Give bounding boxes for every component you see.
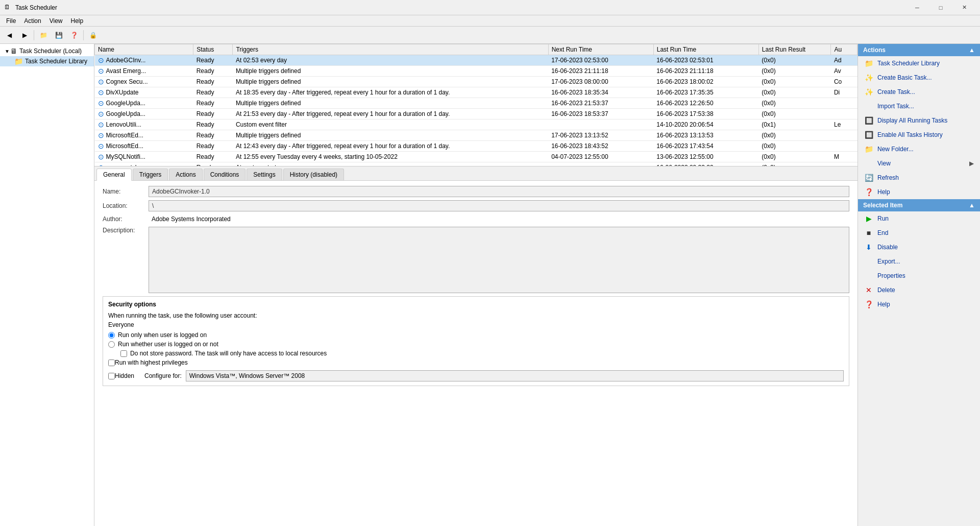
name-input[interactable] — [149, 186, 849, 197]
table-row[interactable]: ⊙MicrosoftEd... Ready Multiple triggers … — [95, 130, 857, 141]
action-icon-properties — [864, 271, 873, 280]
toolbar-lock[interactable]: 🔒 — [86, 29, 100, 42]
action-item-delete[interactable]: ✕Delete — [858, 283, 980, 297]
menu-action[interactable]: Action — [20, 16, 45, 26]
tab-history[interactable]: History (disabled) — [283, 169, 344, 180]
tab-settings[interactable]: Settings — [247, 169, 282, 180]
cell-triggers: At 12:55 every Tuesday every 4 weeks, st… — [233, 152, 548, 162]
right-panel: Actions▲📁Task Scheduler Library✨Create B… — [857, 44, 980, 526]
cell-status: Ready — [193, 55, 233, 66]
table-row[interactable]: ⊙Cognex Secu... Ready Multiple triggers … — [95, 77, 857, 87]
toolbar-open[interactable]: 📁 — [36, 29, 51, 42]
cell-next-run — [548, 162, 653, 167]
action-item-new-folder[interactable]: 📁New Folder... — [858, 142, 980, 156]
action-icon-delete: ✕ — [864, 285, 873, 295]
action-item-enable-history[interactable]: 🔲Enable All Tasks History — [858, 128, 980, 142]
maximize-button[interactable]: □ — [929, 0, 952, 15]
action-item-export[interactable]: Export... — [858, 254, 980, 269]
toolbar-save[interactable]: 💾 — [52, 29, 66, 42]
checkbox-no-store-input[interactable] — [120, 350, 127, 357]
menu-help[interactable]: Help — [67, 16, 88, 26]
action-item-create-basic-task[interactable]: ✨Create Basic Task... — [858, 70, 980, 85]
tree-item-library[interactable]: 📁 Task Scheduler Library — [0, 56, 94, 66]
task-list-container[interactable]: Name Status Triggers Next Run Time Last … — [94, 44, 857, 166]
action-item-end[interactable]: ■End — [858, 226, 980, 240]
table-row[interactable]: ⊙GoogleUpda... Ready Multiple triggers d… — [95, 98, 857, 109]
description-input[interactable] — [149, 227, 849, 293]
close-button[interactable]: ✕ — [952, 0, 976, 15]
table-row[interactable]: ⊙MySQLNotifi... Ready At 12:55 every Tue… — [95, 152, 857, 162]
action-item-run[interactable]: ▶Run — [858, 211, 980, 226]
col-author[interactable]: Au — [831, 44, 857, 55]
radio-logged-on-label: Run only when user is logged on — [118, 331, 207, 339]
action-item-view[interactable]: View▶ — [858, 156, 980, 171]
col-triggers[interactable]: Triggers — [233, 44, 548, 55]
action-section-header[interactable]: Actions▲ — [858, 44, 980, 56]
cell-status: Ready — [193, 162, 233, 167]
action-item-help2[interactable]: ❓Help — [858, 297, 980, 312]
configure-input[interactable] — [186, 370, 844, 381]
toolbar-back[interactable]: ◀ — [2, 29, 16, 42]
col-result[interactable]: Last Run Result — [758, 44, 831, 55]
tab-triggers[interactable]: Triggers — [133, 169, 168, 180]
menu-view[interactable]: View — [45, 16, 67, 26]
action-section-header[interactable]: Selected Item▲ — [858, 199, 980, 211]
action-label-display-running: Display All Running Tasks — [877, 117, 947, 124]
toolbar-forward[interactable]: ▶ — [17, 29, 32, 42]
tab-actions[interactable]: Actions — [169, 169, 202, 180]
menu-file[interactable]: File — [2, 16, 20, 26]
checkbox-highest-priv-input[interactable] — [108, 360, 115, 366]
action-item-create-task[interactable]: ✨Create Task... — [858, 85, 980, 99]
radio-logged-on-input[interactable] — [108, 332, 115, 339]
cell-name: ⊙Cognex Secu... — [95, 77, 193, 87]
cell-last-run: 16-06-2023 13:13:53 — [653, 130, 758, 141]
table-row[interactable]: ⊙Avast Emerg... Ready Multiple triggers … — [95, 66, 857, 77]
table-row[interactable]: ⊙LenovoUtili... Ready Custom event filte… — [95, 119, 857, 130]
action-item-disable[interactable]: ⬇Disable — [858, 240, 980, 254]
action-label-help2: Help — [877, 301, 890, 308]
checkbox-hidden-input[interactable] — [108, 373, 115, 379]
table-row[interactable]: ⊙npcapwatch... Ready At system startup 1… — [95, 162, 857, 167]
main-layout: ▼ 🖥 Task Scheduler (Local) 📁 Task Schedu… — [0, 44, 980, 526]
action-icon-import-task — [864, 102, 873, 111]
cell-last-run: 13-06-2023 12:55:00 — [653, 152, 758, 162]
tab-conditions[interactable]: Conditions — [204, 169, 246, 180]
action-item-task-scheduler-library[interactable]: 📁Task Scheduler Library — [858, 56, 980, 70]
col-last-run[interactable]: Last Run Time — [653, 44, 758, 55]
name-label: Name: — [103, 188, 149, 195]
table-row[interactable]: ⊙DivXUpdate Ready At 18:35 every day - A… — [95, 87, 857, 98]
table-row[interactable]: ⊙MicrosoftEd... Ready At 12:43 every day… — [95, 141, 857, 152]
radio-whether-logged-input[interactable] — [108, 341, 115, 348]
col-next-run[interactable]: Next Run Time — [548, 44, 653, 55]
action-item-properties[interactable]: Properties — [858, 269, 980, 283]
minimize-button[interactable]: ─ — [905, 0, 929, 15]
action-label-enable-history: Enable All Tasks History — [877, 131, 943, 138]
cell-name: ⊙MicrosoftEd... — [95, 130, 193, 141]
action-icon-export — [864, 257, 873, 266]
toolbar-help[interactable]: ❓ — [67, 29, 81, 42]
action-item-help[interactable]: ❓Help — [858, 185, 980, 199]
tab-general[interactable]: General — [96, 169, 132, 181]
action-label-view: View — [877, 160, 891, 167]
col-status[interactable]: Status — [193, 44, 233, 55]
cell-last-run: 16-06-2023 17:53:38 — [653, 109, 758, 119]
security-section: Security options When running the task, … — [103, 296, 849, 386]
detail-panel: General Triggers Actions Conditions Sett… — [94, 166, 857, 526]
cell-status: Ready — [193, 66, 233, 77]
action-item-import-task[interactable]: Import Task... — [858, 99, 980, 113]
action-icon-display-running: 🔲 — [864, 116, 873, 125]
tree-label-library: Task Scheduler Library — [25, 58, 87, 65]
tree-item-local[interactable]: ▼ 🖥 Task Scheduler (Local) — [0, 46, 94, 56]
tree-expander: ▼ — [4, 49, 10, 54]
cell-next-run — [548, 119, 653, 130]
task-icon: ⊙ — [98, 110, 104, 118]
action-item-refresh[interactable]: 🔄Refresh — [858, 171, 980, 185]
cell-next-run: 04-07-2023 12:55:00 — [548, 152, 653, 162]
table-row[interactable]: ⊙GoogleUpda... Ready At 21:53 every day … — [95, 109, 857, 119]
col-name[interactable]: Name — [95, 44, 193, 55]
action-label-create-task: Create Task... — [877, 88, 915, 95]
action-item-display-running[interactable]: 🔲Display All Running Tasks — [858, 113, 980, 128]
cell-result: (0x0) — [758, 152, 831, 162]
location-input[interactable] — [149, 200, 849, 211]
table-row[interactable]: ⊙AdobeGCInv... Ready At 02:53 every day … — [95, 55, 857, 66]
